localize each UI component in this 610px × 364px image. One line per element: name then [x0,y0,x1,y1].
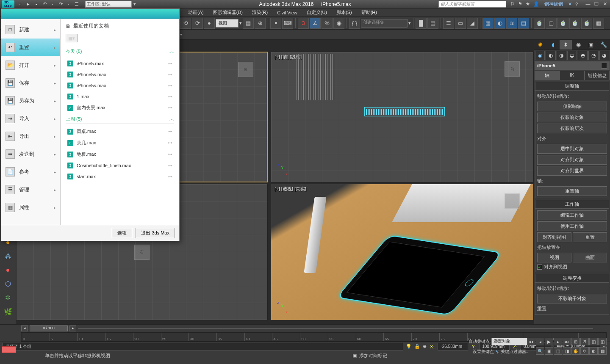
selected-object[interactable] [364,107,445,116]
appmenu-item-发送到[interactable]: ➡发送到▸ [1,145,60,163]
menu-script[interactable]: 脚本(S) [335,8,354,17]
next-frame-icon[interactable]: ▸ [554,338,562,345]
workspace-dropdown-icon[interactable]: ▾ [133,1,136,7]
trackview-icon[interactable]: ≋ [506,18,517,29]
app-logo[interactable]: 3DMAX [2,0,14,8]
keymode-select[interactable]: 选定对象 [491,338,530,345]
anglesnap-icon[interactable]: ∠ [310,18,321,29]
viewcube[interactable]: 前 [499,56,525,82]
subcat-icon[interactable]: ◉ [535,51,545,60]
menu-customize[interactable]: 自定义(U) [305,8,329,17]
keyfilter-button[interactable]: 关键点过滤器... [501,349,530,355]
workspace-select[interactable]: 工作区: 默认 [85,1,132,8]
snap3-icon[interactable]: 3 [298,18,309,29]
menu-civilview[interactable]: Civil View [275,9,299,16]
help-search-input[interactable]: 键入关键字或短语 [438,1,506,8]
signin-icon[interactable]: ⚐ [510,1,515,7]
particle-icon[interactable]: ⁂ [3,252,13,260]
recent-group-header[interactable]: 上周 (5)︿ [66,113,174,124]
tab-ik[interactable]: IK [560,71,585,80]
sphere-icon[interactable]: ● [3,266,13,274]
maxscript-listener[interactable] [2,346,16,353]
dropdown-icon[interactable]: ▾ [239,20,242,26]
minimize-button[interactable]: — [585,1,591,7]
subcat-icon[interactable]: ◑ [557,51,566,60]
lock-icon[interactable]: 💡 [406,344,412,349]
recent-file[interactable]: 3地板.max⊶ [66,149,174,160]
user-name[interactable]: 钢神缘钢 [544,1,563,7]
btn-affect-object[interactable]: 仅影响对象 [537,113,607,122]
goto-start-icon[interactable]: ⏮ [527,338,535,345]
prev-frame-icon[interactable]: ◂ [536,338,544,345]
btn-affect-pivot[interactable]: 仅影响轴 [537,102,607,111]
layer-icon[interactable]: ☰ [443,18,454,29]
btn-surface[interactable]: 曲面 [573,253,607,262]
setkey-button[interactable]: 设置关键点 [473,349,494,355]
recent-file[interactable]: 3圆桌.max⊶ [66,126,174,137]
pin-icon[interactable]: ⊶ [168,129,172,134]
schematic-icon[interactable]: ▦ [482,18,494,29]
open-icon[interactable]: ▸ [25,1,32,8]
manip-icon[interactable]: ✦ [270,18,281,29]
rendersetup-icon[interactable]: 🍵 [534,18,545,29]
recent-file[interactable]: 3iPhone5.max⊶ [66,58,174,69]
tab-create-icon[interactable]: ✺ [534,40,547,50]
appmenu-item-另存为[interactable]: 💾另存为▸ [1,92,60,110]
rollout-adjust-pivot[interactable]: 调整轴 [535,82,609,91]
menu-help[interactable]: 帮助(H) [360,8,379,17]
menu-animation[interactable]: 动画(A) [186,8,205,17]
new-icon[interactable]: ▫ [17,1,24,8]
help-icon[interactable]: ? [575,2,578,7]
snap-icon[interactable]: ⊕ [423,344,427,349]
scene-icon[interactable]: ▤ [518,18,529,29]
appmenu-item-重置[interactable]: ↶重置▸ [1,39,60,56]
recent-file[interactable]: 3茶几.max⊶ [66,137,174,149]
link-icon[interactable]: ⟲ [180,18,191,29]
pin-icon[interactable]: ⊶ [168,72,172,77]
view-mode-button[interactable]: ▦▾ [66,34,78,42]
zoomall-icon[interactable]: ▣ [545,347,553,355]
curve-icon[interactable]: ◢ [467,18,478,29]
viewcube[interactable] [499,188,525,214]
color-swatch[interactable] [601,63,607,69]
unlink-icon[interactable]: ⟳ [192,18,203,29]
tab-axis[interactable]: 轴 [535,71,560,80]
rollout-adjust-transform[interactable]: 调整变换 [535,274,609,283]
keymode-icon[interactable]: ⊞ [571,338,580,345]
center-icon[interactable]: ⊕ [255,18,266,29]
pin-icon[interactable]: ⊶ [168,152,172,157]
tab-modify-icon[interactable]: ◖ [547,40,560,50]
viewport-label[interactable]: [+] [透视] [真实] [274,186,306,192]
pin-icon[interactable]: ⊶ [168,61,172,66]
recent-file[interactable]: 31.max⊶ [66,91,174,102]
align-icon[interactable]: ▤ [427,18,438,29]
subcat-icon[interactable]: ◓ [578,51,588,60]
options-button[interactable]: 选项 [112,228,132,238]
maximize-button[interactable]: ❐ [593,1,600,7]
subcat-icon[interactable]: ◕ [599,51,609,60]
helper-icon[interactable]: ✲ [3,294,13,302]
viewcube[interactable]: 顶 [233,57,258,82]
time-slider-knob[interactable]: 0 / 100 [30,325,68,331]
btn-reset-axis[interactable]: 重置轴 [537,186,607,196]
pin-icon[interactable]: ⊶ [168,174,172,179]
exchange-icon[interactable]: ✕ [568,1,572,7]
ribbon-icon[interactable]: ▭ [455,18,466,29]
camera-icon[interactable]: ⬡ [3,280,13,288]
appmenu-item-保存[interactable]: 💾保存▸ [1,74,60,92]
spinnersnap-icon[interactable]: ◉ [333,18,344,29]
lock-icon[interactable]: 🔒 [414,344,420,349]
appmenu-item-导出[interactable]: ⇤导出▸ [1,127,60,145]
isolate-icon[interactable]: ◫ [598,338,607,345]
close-button[interactable]: ✕ [602,1,608,7]
material-icon[interactable]: ◐ [494,18,505,29]
appmenu-item-导入[interactable]: ⇥导入▸ [1,110,60,127]
orbit-icon[interactable]: ⟳ [580,347,589,355]
menu-grapheditors[interactable]: 图形编辑器(D) [211,8,244,17]
appmenu-item-参考[interactable]: 📄参考▸ [1,163,60,181]
btn-reset[interactable]: 重置 [573,232,607,242]
pin-icon[interactable]: ⊶ [168,105,172,110]
play-icon[interactable]: ▶ [545,338,553,345]
time-config-icon[interactable]: ⏱ [580,338,589,345]
dropdown-icon[interactable]: ▾ [408,20,411,26]
